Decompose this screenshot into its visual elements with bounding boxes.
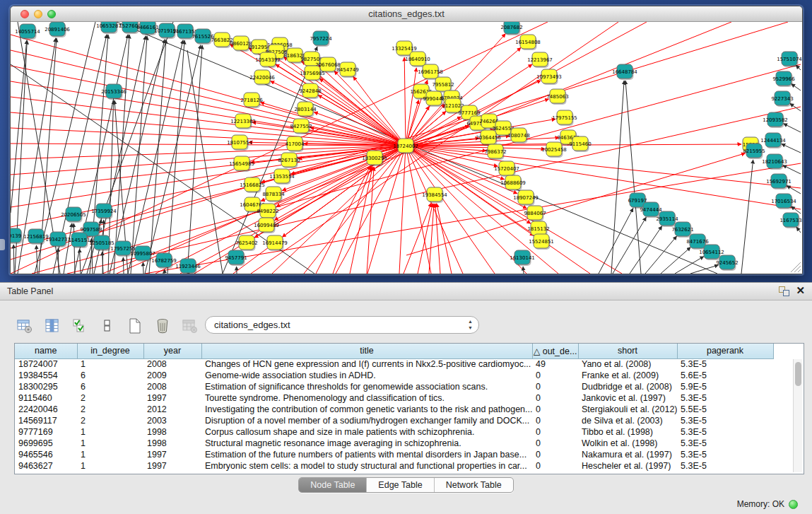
graph-node-yellow[interactable]: 15166825	[240, 177, 265, 193]
graph-node-yellow[interactable]: 8878334	[262, 187, 285, 202]
graph-node-teal[interactable]: 9227343	[771, 91, 793, 107]
graph-node-teal[interactable]: 19342737	[45, 232, 71, 247]
graph-node-yellow[interactable]: 10688609	[500, 175, 526, 191]
graph-node-teal[interactable]: 16130141	[510, 250, 535, 266]
graph-node-yellow[interactable]: 11353554	[269, 169, 295, 185]
table-row[interactable]: 946554611997Estimation of the future num…	[15, 449, 773, 460]
citation-edge-black[interactable]	[523, 267, 524, 274]
citation-edge-black[interactable]	[80, 249, 81, 274]
graph-node-teal[interactable]: 1145151	[68, 233, 90, 248]
new-table-icon[interactable]	[126, 317, 144, 335]
graph-node-yellow[interactable]: 10973493	[536, 69, 562, 85]
citation-edge-red[interactable]	[437, 204, 452, 274]
column-header-2[interactable]: year	[143, 344, 201, 358]
table-row[interactable]: 1456911722003Disruption of a novel membe…	[15, 415, 773, 426]
table-selector-dropdown[interactable]: citations_edges.txt ▲▼	[205, 316, 479, 334]
graph-node-yellow[interactable]: 7625402	[235, 235, 257, 251]
graph-node-yellow[interactable]: 2718126	[240, 93, 263, 108]
citation-edge-red[interactable]	[367, 167, 374, 274]
network-canvas[interactable]: 1872400718300295193845541595876638229860…	[11, 22, 802, 274]
citation-edge-red[interactable]	[260, 103, 406, 146]
citation-edge-red[interactable]	[418, 204, 433, 274]
graph-node-yellow[interactable]: 15524851	[529, 234, 554, 250]
citation-edge-black[interactable]	[741, 160, 753, 274]
graph-node-teal[interactable]: 18210643	[762, 154, 787, 170]
close-panel-icon[interactable]: ✕	[796, 284, 805, 297]
citation-edge-black[interactable]	[792, 84, 801, 90]
citation-edge-black[interactable]	[149, 40, 166, 274]
graph-node-teal[interactable]: 16648784	[612, 64, 637, 80]
column-header-0[interactable]: name	[15, 344, 77, 358]
table-row[interactable]: 2242004622012Investigating the contribut…	[15, 404, 773, 415]
citation-edge-red[interactable]	[406, 146, 463, 274]
tab-edge-table[interactable]: Edge Table	[366, 478, 433, 492]
resize-grip[interactable]	[791, 262, 801, 272]
graph-node-teal[interactable]: 9529966	[772, 71, 795, 87]
citation-edge-black[interactable]	[784, 124, 801, 132]
table-scrollbar-thumb[interactable]	[795, 362, 801, 386]
table-settings-icon[interactable]	[16, 317, 34, 335]
citation-edge-red[interactable]	[435, 204, 440, 274]
graph-node-yellow[interactable]: 7485063	[546, 89, 568, 105]
graph-node-teal[interactable]: 1167533	[779, 213, 801, 228]
citation-edge-black[interactable]	[787, 186, 801, 194]
graph-node-teal[interactable]: 20891406	[45, 22, 70, 37]
citation-edge-red[interactable]	[350, 167, 372, 274]
graph-node-teal[interactable]: 2087682	[500, 22, 522, 35]
citation-edge-black[interactable]	[13, 245, 14, 274]
citation-edge-red[interactable]	[11, 97, 406, 146]
citation-edge-red[interactable]	[429, 204, 434, 274]
table-row[interactable]: 946362711997Embryonic stem cells: a mode…	[15, 460, 773, 472]
delete-table-icon[interactable]	[153, 317, 172, 335]
graph-node-teal[interactable]: 8215955	[743, 144, 765, 159]
graph-node-yellow[interactable]: 8454749	[336, 62, 358, 78]
graph-node-yellow[interactable]: 12213363	[230, 114, 256, 129]
citation-edge-black[interactable]	[630, 226, 662, 274]
citation-edge-black[interactable]	[167, 40, 184, 274]
citation-edge-black[interactable]	[611, 81, 624, 274]
tab-node-table[interactable]: Node Table	[299, 478, 366, 492]
graph-node-teal[interactable]: 10653287	[96, 22, 122, 34]
citation-edge-red[interactable]	[404, 57, 406, 146]
graph-node-teal[interactable]: 11923446	[175, 259, 201, 274]
graph-node-teal[interactable]: 9245652	[716, 255, 738, 271]
citation-edge-black[interactable]	[791, 206, 801, 214]
graph-node-teal[interactable]: 20153346	[101, 84, 126, 100]
citation-edge-black[interactable]	[143, 262, 143, 274]
graph-node-teal[interactable]: 17016534	[771, 194, 796, 209]
table-row[interactable]: 1830029562008Estimation of significance …	[15, 381, 773, 392]
graph-node-yellow[interactable]: 417004	[286, 136, 305, 152]
window-titlebar[interactable]: citations_edges.txt	[11, 6, 802, 22]
graph-node-yellow[interactable]: 17975155	[552, 110, 577, 126]
graph-node-yellow[interactable]: 1080748	[507, 128, 529, 144]
citation-edge-black[interactable]	[73, 223, 75, 274]
table-row[interactable]: 1872400712008Changes of HCN gene express…	[15, 358, 773, 370]
graph-node-teal[interactable]: 39139	[11, 228, 23, 244]
citation-edge-black[interactable]	[145, 45, 201, 274]
table-row[interactable]: 977716911998Corpus callosum shape and si…	[15, 426, 773, 438]
citation-edge-black[interactable]	[625, 81, 641, 274]
float-panel-icon[interactable]	[779, 286, 789, 296]
rows-icon[interactable]	[98, 317, 117, 335]
graph-node-yellow[interactable]: 9115460	[569, 136, 591, 152]
citation-edge-black[interactable]	[599, 208, 633, 274]
citation-edge-red[interactable]	[404, 203, 431, 274]
citation-edge-red[interactable]	[333, 166, 372, 274]
graph-node-yellow[interactable]: 22420046	[249, 70, 275, 86]
graph-node-teal[interactable]: 15692971	[766, 174, 792, 189]
node-table-grid[interactable]: namein_degreeyeartitle△ out_de...shortpa…	[15, 344, 774, 472]
column-header-5[interactable]: short	[578, 344, 677, 358]
column-header-3[interactable]: title	[201, 344, 532, 358]
graph-node-yellow[interactable]: 7986372	[484, 144, 506, 160]
column-header-6[interactable]: pagerank	[677, 344, 773, 358]
graph-node-yellow[interactable]: 8498222	[257, 204, 278, 219]
column-visibility-icon[interactable]	[43, 317, 61, 335]
citation-edge-black[interactable]	[782, 144, 801, 153]
graph-node-teal[interactable]: 9457791	[225, 250, 247, 266]
citation-edge-black[interactable]	[613, 217, 646, 274]
citation-edge-black[interactable]	[36, 245, 37, 274]
citation-edge-black[interactable]	[123, 257, 124, 274]
graph-node-yellow[interactable]: 16154808	[515, 35, 541, 50]
citation-edge-red[interactable]	[406, 146, 801, 209]
citation-edge-black[interactable]	[58, 248, 59, 274]
